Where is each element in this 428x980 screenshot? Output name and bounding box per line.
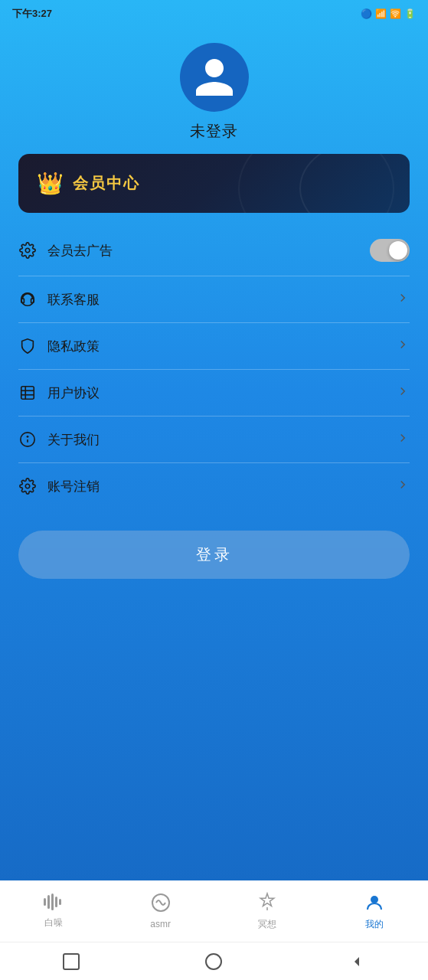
svg-rect-11 bbox=[47, 895, 50, 909]
bottom-navigation: 白噪 asmr 冥想 bbox=[0, 880, 428, 980]
login-button[interactable]: 登录 bbox=[18, 531, 410, 579]
wave-icon bbox=[151, 893, 171, 916]
tab-mine[interactable]: 我的 bbox=[321, 880, 428, 942]
back-square-button[interactable] bbox=[63, 953, 80, 970]
document-icon bbox=[18, 384, 37, 402]
cancel-settings-icon bbox=[18, 477, 37, 495]
login-button-wrapper: 登录 bbox=[18, 531, 410, 579]
tab-mine-label: 我的 bbox=[365, 918, 384, 931]
back-triangle-button[interactable] bbox=[348, 953, 365, 970]
settings-item-privacy[interactable]: 隐私政策 bbox=[18, 323, 410, 370]
svg-rect-2 bbox=[21, 387, 34, 400]
vip-label: 会员中心 bbox=[73, 173, 140, 194]
svg-point-16 bbox=[266, 909, 268, 910]
info-icon bbox=[18, 430, 37, 449]
agreement-chevron bbox=[396, 384, 410, 401]
svg-point-18 bbox=[371, 896, 378, 903]
svg-rect-13 bbox=[55, 897, 57, 907]
tab-meditation[interactable]: 冥想 bbox=[214, 880, 322, 942]
about-chevron bbox=[396, 431, 410, 448]
username-label: 未登录 bbox=[190, 121, 238, 142]
agreement-label: 用户协议 bbox=[47, 384, 100, 402]
tab-asmr[interactable]: asmr bbox=[107, 880, 214, 942]
home-circle-button[interactable] bbox=[205, 953, 222, 970]
settings-list: 会员去广告 联系客服 隐私政策 bbox=[18, 225, 410, 509]
tab-whitenoise-label: 白噪 bbox=[44, 916, 63, 929]
settings-item-contact[interactable]: 联系客服 bbox=[18, 276, 410, 323]
headset-icon bbox=[18, 290, 37, 309]
tab-whitenoise[interactable]: 白噪 bbox=[0, 880, 107, 942]
svg-point-0 bbox=[25, 248, 30, 253]
svg-rect-10 bbox=[44, 898, 46, 906]
settings-icon bbox=[18, 241, 37, 260]
status-icons: 🔵 📶 🛜 🔋 bbox=[361, 8, 416, 19]
vip-card[interactable]: 👑 会员中心 bbox=[18, 154, 410, 213]
tab-meditation-label: 冥想 bbox=[258, 918, 276, 931]
nav-tabs: 白噪 asmr 冥想 bbox=[0, 880, 428, 942]
ad-removal-toggle[interactable] bbox=[370, 239, 410, 262]
settings-item-agreement[interactable]: 用户协议 bbox=[18, 370, 410, 416]
system-bar bbox=[0, 942, 428, 980]
avatar[interactable] bbox=[180, 43, 249, 112]
svg-rect-12 bbox=[51, 893, 54, 910]
svg-marker-19 bbox=[354, 957, 359, 966]
contact-chevron bbox=[396, 291, 410, 308]
toggle-knob bbox=[389, 241, 407, 260]
settings-item-cancel[interactable]: 账号注销 bbox=[18, 463, 410, 509]
person-icon bbox=[191, 54, 237, 100]
ad-removal-label: 会员去广告 bbox=[47, 242, 113, 260]
settings-item-about[interactable]: 关于我们 bbox=[18, 416, 410, 463]
shield-icon bbox=[18, 337, 37, 355]
star-icon bbox=[257, 892, 277, 915]
about-label: 关于我们 bbox=[47, 431, 100, 449]
profile-section: 未登录 bbox=[0, 28, 428, 154]
cancel-chevron bbox=[396, 478, 410, 495]
person-nav-icon bbox=[364, 892, 384, 915]
privacy-chevron bbox=[396, 338, 410, 354]
bars-icon bbox=[44, 893, 64, 913]
crown-icon: 👑 bbox=[37, 171, 64, 196]
status-bar: 下午3:27 🔵 📶 🛜 🔋 bbox=[0, 0, 428, 28]
cancel-label: 账号注销 bbox=[47, 478, 100, 495]
svg-point-9 bbox=[25, 484, 30, 488]
privacy-label: 隐私政策 bbox=[47, 338, 100, 355]
svg-rect-14 bbox=[59, 899, 61, 905]
contact-label: 联系客服 bbox=[47, 291, 100, 309]
settings-item-ad-removal[interactable]: 会员去广告 bbox=[18, 225, 410, 276]
status-time: 下午3:27 bbox=[12, 7, 52, 21]
tab-asmr-label: asmr bbox=[150, 919, 171, 929]
